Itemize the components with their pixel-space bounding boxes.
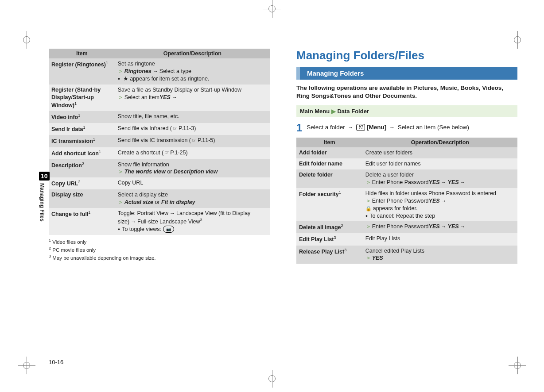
operation-cell: Delete a user folder＞Enter Phone Passwor… (363, 169, 517, 188)
operation-cell: ＞Enter Phone PasswordYESYES (363, 221, 517, 233)
operation-cell: Send file via Infrared (P.11-3) (115, 123, 270, 135)
table-row: Add shortcut icon1Create a shortcut (P.1… (49, 147, 270, 159)
item-cell: Release Play List3 (296, 246, 363, 264)
chevron-icon: ＞ (118, 68, 124, 74)
item-cell: Description2 (49, 159, 115, 178)
step-1: 1 Select a folder Y! [Menu] Select an it… (296, 123, 517, 133)
step-number: 1 (296, 123, 302, 133)
arrow-icon (459, 179, 467, 185)
table-row: Add folderCreate user folders (296, 147, 517, 158)
chevron-icon: ＞ (365, 255, 371, 261)
table-row: Release Play List3Cancel edited Play Lis… (296, 246, 517, 264)
chevron-icon: ＞ (365, 223, 371, 230)
chevron-icon: ＞ (118, 199, 124, 205)
intro-text: The following operations are available i… (296, 84, 517, 100)
item-cell: Delete all image2 (296, 221, 363, 233)
star-icon (122, 76, 130, 82)
item-cell: Edit folder name (296, 158, 363, 169)
chapter-label: Managing Files (39, 183, 45, 222)
arrow-icon (459, 223, 467, 230)
operation-cell: Hide files in folder unless Phone Passwo… (363, 188, 517, 222)
operation-cell: Create user folders (363, 147, 517, 158)
reference-icon (192, 137, 197, 144)
operations-table-left: Item Operation/Description Register (Rin… (49, 49, 270, 235)
arrow-icon (388, 124, 396, 131)
th-item: Item (296, 138, 363, 147)
operation-cell: Save a file as Standby Display or Start-… (115, 85, 270, 111)
item-cell: Folder security1 (296, 188, 363, 222)
item-cell: Send Ir data1 (49, 123, 115, 135)
table-row: Edit Play List3Edit Play Lists (296, 233, 517, 245)
operation-cell: Edit Play Lists (363, 233, 517, 245)
item-cell: Add shortcut icon1 (49, 147, 115, 159)
crop-mark (509, 31, 526, 49)
subsection-bar: Managing Folders (296, 67, 517, 80)
reference-icon (164, 149, 169, 157)
arrow-icon (440, 223, 448, 230)
table-row: Video info1Show title, file name, etc. (49, 111, 270, 123)
operation-cell: Toggle: Portrait ViewLandscape View (fit… (115, 208, 270, 235)
footnote: 2 PC movie files only (49, 246, 270, 254)
menu-path-a: Main Menu (300, 108, 330, 115)
table-row: Delete folderDelete a user folder＞Enter … (296, 169, 517, 188)
table-row: Edit folder nameEdit user folder names (296, 158, 517, 169)
bullet-icon (118, 76, 122, 82)
item-cell: Register (Ringtones)1 (49, 58, 115, 85)
arrow-icon (440, 198, 448, 204)
table-row: Delete all image2＞Enter Phone PasswordYE… (296, 221, 517, 233)
operation-cell: Send file via IC transmission (P.11-5) (115, 135, 270, 147)
crop-mark (18, 357, 35, 374)
footnotes-left: 1 Video files only2 PC movie files only3… (49, 238, 270, 261)
chevron-icon: ＞ (118, 94, 124, 100)
operation-cell: Set as ringtone＞RingtonesSelect a typeap… (115, 58, 270, 85)
operation-cell: Cancel edited Play Lists＞YES (363, 246, 517, 264)
bullet-icon (118, 226, 122, 232)
crop-mark (509, 357, 526, 374)
side-tab: 10 Managing Files (39, 172, 50, 222)
item-cell: Display size (49, 189, 115, 208)
table-row: IC transmission1Send file via IC transmi… (49, 135, 270, 147)
operations-table-right: Item Operation/Description Add folderCre… (296, 138, 517, 264)
table-row: Register (Stand-by Display/Start-up Wind… (49, 85, 270, 111)
table-row: Register (Ringtones)1Set as ringtone＞Rin… (49, 58, 270, 85)
arrow-icon (129, 219, 137, 225)
camera-key-icon (163, 226, 174, 233)
item-cell: Video info1 (49, 111, 115, 123)
arrow-icon (168, 210, 176, 216)
table-row: Copy URL2Copy URL (49, 177, 270, 189)
operation-cell: Edit user folder names (363, 158, 517, 169)
operation-cell: Create a shortcut (P.1-25) (115, 147, 270, 159)
bullet-icon (365, 213, 369, 219)
th-item: Item (49, 49, 115, 58)
section-title: Managing Folders/Files (296, 49, 517, 62)
item-cell: Edit Play List3 (296, 233, 363, 245)
right-column: Managing Folders/Files Managing Folders … (296, 49, 517, 264)
item-cell: Add folder (296, 147, 363, 158)
chevron-icon: ＞ (118, 169, 124, 175)
triangle-icon: ▶ (331, 108, 338, 115)
chevron-icon: ＞ (365, 179, 371, 185)
th-op: Operation/Description (115, 49, 270, 58)
footnote: 1 Video files only (49, 238, 270, 246)
left-column: Item Operation/Description Register (Rin… (49, 49, 270, 264)
th-op: Operation/Description (363, 138, 517, 147)
item-cell: Register (Stand-by Display/Start-up Wind… (49, 85, 115, 111)
arrow-icon (346, 124, 354, 131)
footnote: 3 May be unavailable depending on image … (49, 254, 270, 261)
table-row: Folder security1Hide files in folder unl… (296, 188, 517, 222)
operation-cell: Show title, file name, etc. (115, 111, 270, 123)
crop-mark (263, 370, 281, 388)
table-row: Description2Show file information＞The wo… (49, 159, 270, 178)
menu-path-b: Data Folder (337, 108, 369, 115)
arrow-icon (152, 68, 159, 74)
page-number: 10-16 (49, 359, 63, 365)
crop-mark (263, 0, 281, 18)
operation-cell: Copy URL (115, 177, 270, 189)
table-row: Send Ir data1Send file via Infrared (P.1… (49, 123, 270, 135)
item-cell: Copy URL2 (49, 177, 115, 189)
arrow-icon (440, 179, 448, 185)
table-row: Change to full1Toggle: Portrait ViewLand… (49, 208, 270, 235)
operation-cell: Select a display size＞Actual size or Fit… (115, 189, 270, 208)
crop-mark (18, 31, 35, 49)
lock-icon (365, 205, 373, 211)
